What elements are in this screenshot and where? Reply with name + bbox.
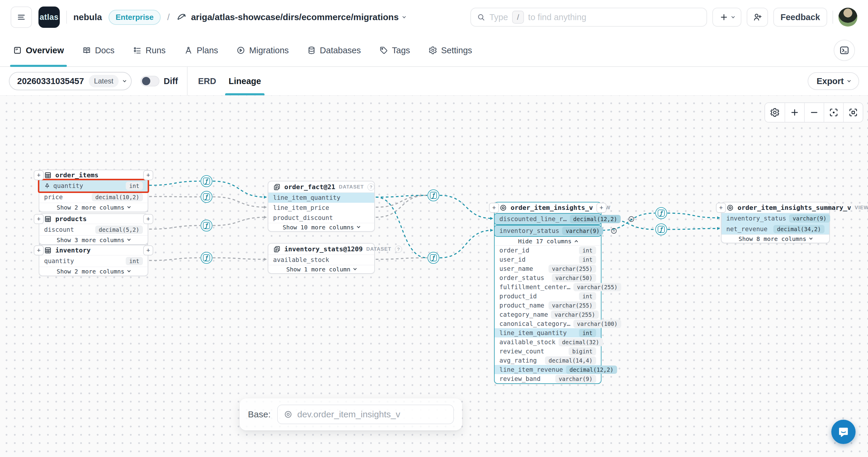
unpin-column-button[interactable] [610,227,617,235]
transform-node-f1[interactable]: ƒ [201,176,212,187]
breadcrumb[interactable]: ariga/atlas-showcase/dirs/ecommerce/migr… [176,12,405,23]
table-header[interactable]: +products+ [39,214,148,224]
nav-tab-migrations[interactable]: Migrations [237,34,289,66]
column-row-net_revenue[interactable]: net_revenuedecimal(34,2) [721,224,829,235]
expand-downstream-button[interactable]: + [143,214,153,224]
hamburger-menu-button[interactable] [11,6,32,28]
nav-tab-tags[interactable]: Tags [379,34,410,66]
column-row-line_item_quantity[interactable]: line_item_quantityint [495,328,601,337]
transform-node-f3[interactable]: ƒ [201,220,212,231]
zoom-in-button[interactable] [784,103,804,122]
table-header[interactable]: +inventory+ [39,245,148,255]
transform-node-f5[interactable]: ƒ [428,190,439,201]
diff-toggle[interactable] [141,76,159,86]
table-header[interactable]: inventory_stats@1209DATASET? [268,244,374,255]
lineage-table-summary[interactable]: +order_item_insights_summary_vVIEWinvent… [721,202,830,243]
lineage-table-products[interactable]: +products+discountdecimal(5,2)Show 3 mor… [39,213,148,245]
column-row-avg_rating[interactable]: avg_ratingdecimal(14,4) [495,356,601,365]
canvas-settings-button[interactable] [765,103,784,122]
base-object-input[interactable]: dev.order_item_insights_v [277,405,454,424]
lineage-table-order_fact[interactable]: order_fact@21DATASET?line_item_quantityl… [268,181,375,232]
zoom-out-button[interactable] [804,103,824,122]
show-more-columns-toggle[interactable]: Show 2 more columns [39,203,148,212]
table-header[interactable]: order_fact@21DATASET? [268,181,374,193]
show-more-columns-toggle[interactable]: Show 2 more columns [39,267,148,276]
column-row-line_item_revenue[interactable]: line_item_revenuedecimal(12,2) [495,365,601,374]
nav-tab-databases[interactable]: Databases [307,34,361,66]
lineage-canvas[interactable]: ƒƒƒƒƒƒƒƒ +order_items+quant [0,95,868,457]
lineage-table-order_items[interactable]: +order_items+quantityintpricedecimal(10,… [39,170,148,212]
column-row-order_id[interactable]: order_idint [495,246,601,255]
column-row-available_stock[interactable]: available_stock [268,255,374,265]
atlas-logo[interactable]: atlas [38,6,60,28]
column-row-user_name[interactable]: user_namevarchar(255) [495,264,601,273]
column-row-product_discount[interactable]: product_discount [268,213,374,223]
chat-launcher-button[interactable] [831,420,856,444]
feedback-button[interactable]: Feedback [773,8,827,27]
column-row-order_status[interactable]: order_statusvarchar(50) [495,273,601,282]
nav-tab-overview[interactable]: Overview [13,34,64,66]
transform-node-f4[interactable]: ƒ [201,252,212,264]
focus-selection-button[interactable] [824,103,843,122]
show-more-columns-toggle[interactable]: Show 8 more columns [721,235,829,243]
fit-view-button[interactable] [843,103,863,122]
column-row-line_item_quantity[interactable]: line_item_quantity [268,193,374,203]
column-row-product_name[interactable]: product_namevarchar(255) [495,301,601,310]
lineage-table-inventory_stats[interactable]: inventory_stats@1209DATASET?available_st… [268,243,375,274]
expand-upstream-button[interactable]: + [489,203,499,213]
expand-upstream-button[interactable]: + [34,170,44,180]
invite-user-button[interactable] [747,8,768,27]
nav-tab-plans[interactable]: Plans [184,34,218,66]
version-selector[interactable]: 20260331035457 Latest [9,72,132,90]
nav-tab-settings[interactable]: Settings [428,34,472,66]
help-icon[interactable]: ? [367,184,375,191]
expand-upstream-button[interactable]: + [34,214,44,224]
nav-tab-docs[interactable]: Docs [82,34,115,66]
column-row-inventory_status[interactable]: inventory_statusvarchar(9) [494,225,601,237]
column-row-inventory_status[interactable]: inventory_statusvarchar(9) [721,213,829,224]
show-more-columns-toggle[interactable]: Show 3 more columns [39,235,148,244]
column-row-available_stock[interactable]: available_stockdecimal(32) [495,337,601,346]
column-row-category_name[interactable]: category_namevarchar(255) [495,310,601,319]
global-search-input[interactable]: Type / to find anything [470,8,707,27]
column-row-discount[interactable]: discountdecimal(5,2) [39,224,148,235]
user-avatar[interactable] [838,8,857,27]
table-header[interactable]: +order_item_insights_vVIEW+ [495,203,601,213]
transform-node-f2[interactable]: ƒ [201,191,212,203]
column-row-discounted_line_r[interactable]: discounted_line_r…decimal(12,2) [494,213,601,225]
expand-downstream-button[interactable]: + [596,203,607,213]
cloud-shell-button[interactable] [834,40,855,61]
tab-lineage[interactable]: Lineage [227,67,263,95]
lineage-table-insights[interactable]: +order_item_insights_vVIEW+discounted_li… [494,202,601,384]
tab-erd[interactable]: ERD [196,67,218,95]
expand-downstream-button[interactable]: + [143,245,153,255]
column-row-quantity[interactable]: quantityint [39,180,148,191]
column-row-review_count[interactable]: review_countbigint [495,346,601,356]
export-button[interactable]: Export [808,72,859,90]
column-row-price[interactable]: pricedecimal(10,2) [39,191,148,203]
expand-downstream-button[interactable]: + [143,170,153,180]
transform-node-f8[interactable]: ƒ [656,224,667,235]
unpin-column-button[interactable] [628,215,635,222]
column-row-fulfillment_center[interactable]: fulfillment_center…varchar(255) [495,282,601,292]
hide-columns-toggle[interactable]: Hide 17 columns [495,237,601,246]
show-more-columns-toggle[interactable]: Show 1 more column [268,265,374,273]
lineage-table-inventory[interactable]: +inventory+quantityintShow 2 more column… [39,245,148,276]
nav-tab-runs[interactable]: Runs [133,34,166,66]
column-row-canonical_category[interactable]: canonical_category…varchar(100) [495,319,601,328]
transform-node-f6[interactable]: ƒ [428,252,439,264]
table-header[interactable]: +order_item_insights_summary_vVIEW [721,203,829,213]
column-row-review_band[interactable]: review_bandvarchar(9) [495,374,601,383]
table-header[interactable]: +order_items+ [39,170,148,180]
show-more-columns-toggle[interactable]: Show 10 more columns [268,223,374,231]
column-row-line_item_price[interactable]: line_item_price [268,203,374,213]
expand-upstream-button[interactable]: + [34,245,44,255]
create-new-button[interactable] [712,8,741,27]
column-row-user_id[interactable]: user_idint [495,255,601,264]
org-name[interactable]: nebula [73,12,102,22]
column-row-quantity[interactable]: quantityint [39,255,148,267]
help-icon[interactable]: ? [395,246,402,253]
column-row-product_id[interactable]: product_idint [495,292,601,301]
expand-upstream-button[interactable]: + [716,203,726,213]
transform-node-f7[interactable]: ƒ [656,208,667,219]
